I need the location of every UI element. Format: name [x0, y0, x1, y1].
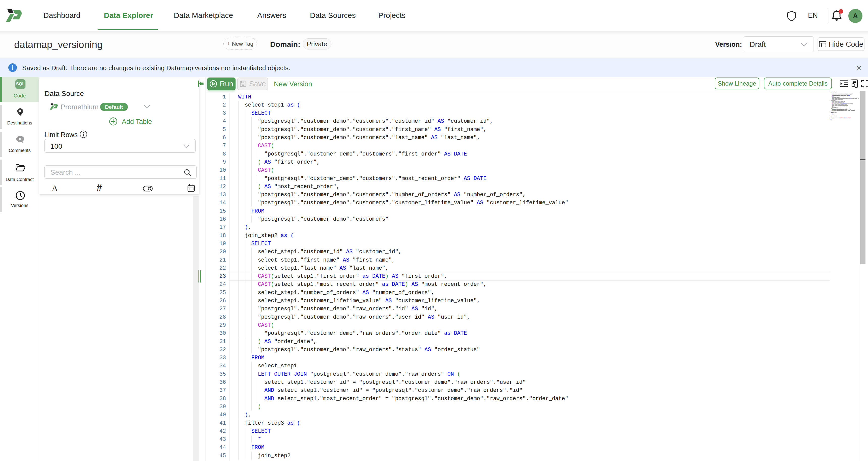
svg-text:0: 0: [19, 137, 21, 141]
